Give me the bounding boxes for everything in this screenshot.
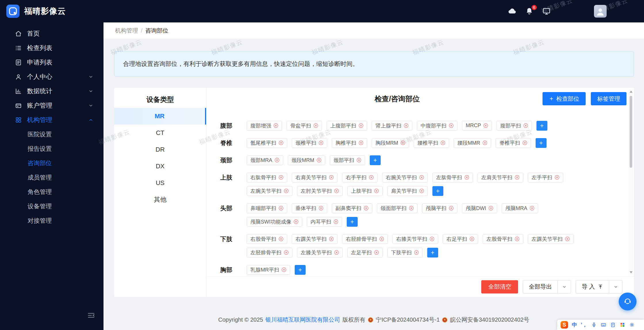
- device-type-item[interactable]: 其他: [114, 191, 206, 208]
- ime-mode-chinese[interactable]: 中: [572, 321, 577, 328]
- remove-tag-icon[interactable]: [359, 123, 363, 128]
- remove-tag-icon[interactable]: [284, 188, 289, 193]
- sidebar-subitem[interactable]: 角色管理: [0, 185, 103, 199]
- sidebar-subitem[interactable]: 对接管理: [0, 213, 103, 228]
- police-link[interactable]: 皖公网安备34019202002402号: [450, 316, 529, 324]
- device-type-item[interactable]: DX: [114, 158, 206, 175]
- sidebar-item[interactable]: 数据统计: [0, 84, 103, 98]
- remove-tag-icon[interactable]: [374, 250, 379, 255]
- keyboard-icon[interactable]: [601, 322, 606, 328]
- sidebar-item[interactable]: 机构管理: [0, 113, 103, 127]
- sidebar-subitem[interactable]: 咨询部位: [0, 156, 103, 170]
- remove-tag-icon[interactable]: [334, 250, 339, 255]
- ime-punctuation[interactable]: ’，: [581, 321, 587, 328]
- remove-tag-icon[interactable]: [515, 175, 520, 180]
- add-tag-button[interactable]: [536, 138, 547, 148]
- remove-tag-icon[interactable]: [317, 158, 321, 163]
- import-main[interactable]: 导 入: [576, 281, 609, 293]
- remove-tag-icon[interactable]: [483, 123, 488, 128]
- remove-tag-icon[interactable]: [419, 175, 424, 180]
- remove-tag-icon[interactable]: [523, 123, 528, 128]
- breadcrumb-parent[interactable]: 机构管理: [115, 27, 138, 35]
- remove-tag-icon[interactable]: [400, 140, 405, 145]
- remove-tag-icon[interactable]: [279, 236, 283, 241]
- remove-tag-icon[interactable]: [430, 236, 434, 241]
- export-all-label[interactable]: 全部导出: [523, 281, 557, 293]
- workspace-monitor-icon[interactable]: [542, 7, 551, 16]
- remove-tag-icon[interactable]: [319, 206, 323, 211]
- remove-tag-icon[interactable]: [419, 188, 424, 193]
- notification-bell-icon[interactable]: 6: [525, 7, 534, 16]
- remove-tag-icon[interactable]: [329, 236, 334, 241]
- device-type-item[interactable]: MR: [114, 108, 206, 125]
- remove-tag-icon[interactable]: [273, 123, 278, 128]
- clipboard-icon[interactable]: [610, 322, 616, 328]
- sidebar-subitem[interactable]: 报告设置: [0, 142, 103, 156]
- icp-link[interactable]: 宁ICP备2024004734号-1: [376, 316, 440, 324]
- add-tag-button[interactable]: [536, 121, 547, 131]
- remove-tag-icon[interactable]: [464, 175, 469, 180]
- remove-tag-icon[interactable]: [530, 206, 534, 211]
- mic-icon[interactable]: [591, 322, 597, 328]
- user-avatar[interactable]: [594, 5, 607, 18]
- remove-tag-icon[interactable]: [319, 140, 323, 145]
- remove-tag-icon[interactable]: [414, 250, 419, 255]
- sidebar-subitem[interactable]: 成员管理: [0, 170, 103, 185]
- sidebar-item[interactable]: 账户管理: [0, 98, 103, 113]
- sidebar-item[interactable]: 首页: [0, 26, 103, 41]
- tag-manage-button[interactable]: 标签管理: [591, 92, 626, 105]
- remove-tag-icon[interactable]: [522, 140, 527, 145]
- scrollbar[interactable]: [629, 89, 633, 275]
- collapse-sidebar-icon[interactable]: [87, 311, 95, 320]
- remove-tag-icon[interactable]: [440, 140, 445, 145]
- user-name[interactable]: [615, 7, 635, 15]
- remove-tag-icon[interactable]: [275, 158, 279, 163]
- remove-tag-icon[interactable]: [329, 175, 334, 180]
- clear-all-button[interactable]: 全部清空: [481, 280, 518, 293]
- remove-tag-icon[interactable]: [469, 236, 474, 241]
- device-type-item[interactable]: US: [114, 175, 206, 191]
- sidebar-subitem[interactable]: 医院设置: [0, 127, 103, 142]
- remove-tag-icon[interactable]: [409, 206, 414, 211]
- device-type-item[interactable]: DR: [114, 141, 206, 158]
- remove-tag-icon[interactable]: [515, 236, 520, 241]
- remove-tag-icon[interactable]: [356, 158, 361, 163]
- remove-tag-icon[interactable]: [279, 206, 283, 211]
- sidebar-item[interactable]: 个人中心: [0, 70, 103, 84]
- sidebar-item[interactable]: 检查列表: [0, 41, 103, 55]
- remove-tag-icon[interactable]: [359, 140, 363, 145]
- remove-tag-icon[interactable]: [555, 175, 559, 180]
- cloud-upload-icon[interactable]: [508, 7, 516, 16]
- scroll-down-arrow[interactable]: [630, 271, 632, 273]
- sogou-logo[interactable]: S: [561, 321, 568, 329]
- scroll-thumb[interactable]: [630, 96, 632, 168]
- remove-tag-icon[interactable]: [379, 236, 384, 241]
- remove-tag-icon[interactable]: [364, 206, 369, 211]
- remove-tag-icon[interactable]: [294, 219, 298, 224]
- export-dropdown-caret-icon[interactable]: [557, 281, 571, 293]
- import-dropdown-caret-icon[interactable]: [609, 281, 622, 293]
- remove-tag-icon[interactable]: [449, 123, 454, 128]
- add-tag-button[interactable]: [347, 217, 358, 227]
- add-tag-button[interactable]: [427, 248, 438, 257]
- add-exam-part-button[interactable]: 检查部位: [543, 92, 586, 105]
- remove-tag-icon[interactable]: [284, 250, 289, 255]
- sidebar-subitem[interactable]: 设备管理: [0, 199, 103, 213]
- device-type-item[interactable]: CT: [114, 125, 206, 141]
- settings-gear-icon[interactable]: [629, 322, 635, 328]
- remove-tag-icon[interactable]: [449, 206, 454, 211]
- remove-tag-icon[interactable]: [488, 206, 493, 211]
- remove-tag-icon[interactable]: [369, 175, 374, 180]
- add-tag-button[interactable]: [432, 186, 443, 196]
- remove-tag-icon[interactable]: [482, 140, 487, 145]
- remove-tag-icon[interactable]: [279, 175, 283, 180]
- remove-tag-icon[interactable]: [334, 188, 339, 193]
- company-link[interactable]: 银川福晴互联网医院有限公司: [265, 316, 340, 324]
- remove-tag-icon[interactable]: [334, 219, 338, 224]
- remove-tag-icon[interactable]: [565, 236, 570, 241]
- remove-tag-icon[interactable]: [279, 140, 283, 145]
- remove-tag-icon[interactable]: [404, 123, 409, 128]
- remove-tag-icon[interactable]: [374, 188, 379, 193]
- scroll-up-arrow[interactable]: [630, 91, 632, 93]
- remove-tag-icon[interactable]: [281, 267, 286, 272]
